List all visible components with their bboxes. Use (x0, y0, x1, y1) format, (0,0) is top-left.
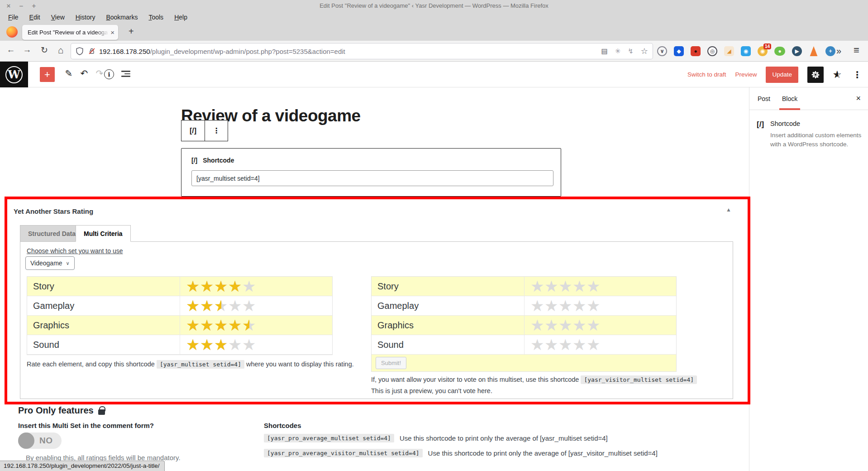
overflow-chevron-icon[interactable]: » (836, 46, 841, 56)
bitwarden-icon[interactable]: ◆ (674, 46, 684, 56)
camera-extension-icon[interactable]: ◉ (741, 46, 751, 56)
tracking-protection-shield-icon[interactable] (76, 47, 84, 55)
network-extension-icon[interactable]: + (825, 46, 835, 56)
toggle-knob[interactable] (18, 433, 34, 449)
star-icon[interactable]: ★★ (200, 278, 214, 295)
lightning-icon[interactable]: ↯ (628, 47, 634, 55)
star-icon[interactable]: ★★ (530, 336, 544, 353)
star-icon[interactable]: ★★ (587, 317, 601, 334)
pocket-icon[interactable]: ∨ (657, 46, 667, 56)
star-rating[interactable]: ★★★★★★★★★★ (525, 277, 676, 296)
broom-extension-icon[interactable]: ◢ (724, 46, 734, 56)
reader-view-icon[interactable]: ▤ (601, 47, 608, 55)
firefox-icon[interactable] (6, 26, 18, 38)
switch-to-draft-link[interactable]: Switch to draft (687, 71, 726, 78)
star-rating[interactable]: ★★★★★★★★★★ (525, 296, 676, 315)
wordpress-logo[interactable]: W (0, 62, 28, 87)
star-icon[interactable]: ★★ (228, 317, 242, 334)
star-icon[interactable]: ★★ (242, 336, 256, 353)
star-icon[interactable]: ★★ (214, 336, 228, 353)
tab-post[interactable]: Post (755, 87, 773, 110)
star-icon[interactable]: ★★ (587, 298, 601, 314)
star-icon[interactable]: ★★ (558, 278, 572, 295)
star-icon[interactable]: ★★ (242, 298, 256, 314)
star-icon[interactable]: ★★ (186, 298, 200, 314)
star-icon[interactable]: ★★ (530, 317, 544, 334)
star-icon[interactable]: ★★ (572, 278, 587, 295)
browser-tab[interactable]: Edit Post "Review of a videoga × (22, 25, 118, 40)
undo-icon[interactable]: ↶ (78, 68, 91, 79)
reload-icon[interactable]: ↻ (38, 45, 51, 55)
preview-link[interactable]: Preview (735, 71, 757, 78)
rewards-extension-icon[interactable]: ◉14 (758, 46, 768, 56)
menu-bookmarks[interactable]: Bookmarks (101, 13, 142, 22)
star-icon[interactable]: ★★ (200, 317, 214, 334)
edit-pencil-icon[interactable]: ✎ (62, 68, 75, 79)
star-icon[interactable]: ★★ (572, 317, 587, 334)
star-icon[interactable]: ★★ (544, 278, 558, 295)
star-icon[interactable]: ★★ (214, 298, 228, 314)
star-icon[interactable]: ★★ (572, 336, 587, 353)
star-icon[interactable]: ★★ (186, 278, 200, 295)
tab-block[interactable]: Block (779, 87, 800, 110)
star-icon[interactable]: ★★ (242, 317, 256, 334)
update-button[interactable]: Update (766, 67, 798, 83)
settings-gear-icon[interactable] (807, 67, 824, 83)
options-kebab-icon[interactable]: ⋮ (853, 69, 862, 80)
list-view-icon[interactable] (121, 71, 131, 78)
multiset-select[interactable]: Videogame ∨ (25, 256, 75, 270)
star-icon[interactable]: ★★ (544, 298, 558, 314)
menu-history[interactable]: History (71, 13, 100, 22)
star-icon[interactable]: ★★ (544, 317, 558, 334)
back-icon[interactable]: ← (5, 45, 17, 55)
star-rating[interactable]: ★★★★★★★★★★ (525, 335, 676, 354)
star-icon[interactable]: ★★ (228, 336, 242, 353)
comment-form-toggle[interactable]: NO (18, 433, 62, 449)
submit-button[interactable]: Submit! (376, 357, 406, 369)
close-icon[interactable]: × (856, 94, 861, 103)
star-icon[interactable]: ★★ (228, 298, 242, 314)
new-tab-button[interactable]: + (129, 26, 134, 37)
star-icon[interactable]: ★★ (200, 336, 214, 353)
menu-help[interactable]: Help (170, 13, 192, 22)
shortcode-block[interactable]: [/] Shortcode (181, 148, 561, 197)
tab-close-icon[interactable]: × (109, 29, 114, 36)
bug-icon[interactable]: ✳ (615, 47, 621, 55)
star-icon[interactable]: ★★ (214, 317, 228, 334)
star-icon[interactable]: ★★ (530, 298, 544, 314)
menu-file[interactable]: File (4, 13, 23, 22)
shortcode-input[interactable] (191, 170, 553, 186)
star-rating[interactable]: ★★★★★★★★★★ (180, 277, 332, 296)
insecure-lock-icon[interactable] (88, 47, 95, 55)
url-text[interactable]: 192.168.178.250/plugin_development/wp-ad… (99, 48, 601, 55)
menu-view[interactable]: View (47, 13, 69, 22)
details-info-icon[interactable]: i (104, 69, 114, 79)
tab-structured-data[interactable]: Structured Data (20, 225, 84, 242)
cursor-extension-icon[interactable]: ▶ (792, 46, 802, 56)
app-menu-icon[interactable]: ≡ (854, 44, 859, 56)
star-rating[interactable]: ★★★★★★★★★★ (525, 316, 676, 335)
forward-icon[interactable]: → (21, 45, 33, 55)
star-icon[interactable]: ★★ (186, 317, 200, 334)
star-icon[interactable]: ★★ (558, 298, 572, 314)
star-icon[interactable]: ★★ (214, 278, 228, 295)
shortcode-block-icon[interactable]: [/] (181, 120, 205, 141)
bookmark-star-icon[interactable]: ☆ (641, 46, 648, 56)
star-icon[interactable]: ★★ (587, 336, 601, 353)
star-rating[interactable]: ★★★★★★★★★★ (180, 316, 332, 335)
star-icon[interactable]: ★★ (228, 278, 242, 295)
star-rating[interactable]: ★★★★★★★★★★ (180, 296, 332, 315)
star-icon[interactable]: ★★ (572, 298, 587, 314)
star-icon[interactable]: ★★ (587, 278, 601, 295)
star-icon[interactable]: ★★ (558, 336, 572, 353)
cone-extension-icon[interactable] (809, 46, 819, 56)
tab-multi-criteria[interactable]: Multi Criteria (76, 225, 131, 242)
star-icon[interactable]: ★★ (530, 278, 544, 295)
block-options-kebab-icon[interactable]: ⋮ (205, 120, 228, 141)
privacy-extension-icon[interactable]: ◎ (707, 46, 717, 56)
menu-tools[interactable]: Tools (144, 13, 168, 22)
star-icon[interactable]: ★★ (186, 336, 200, 353)
yasr-star-icon[interactable]: ★☆ (833, 69, 844, 80)
star-rating[interactable]: ★★★★★★★★★★ (180, 335, 332, 354)
javascript-toggle-extension-icon[interactable]: ● (774, 47, 785, 56)
